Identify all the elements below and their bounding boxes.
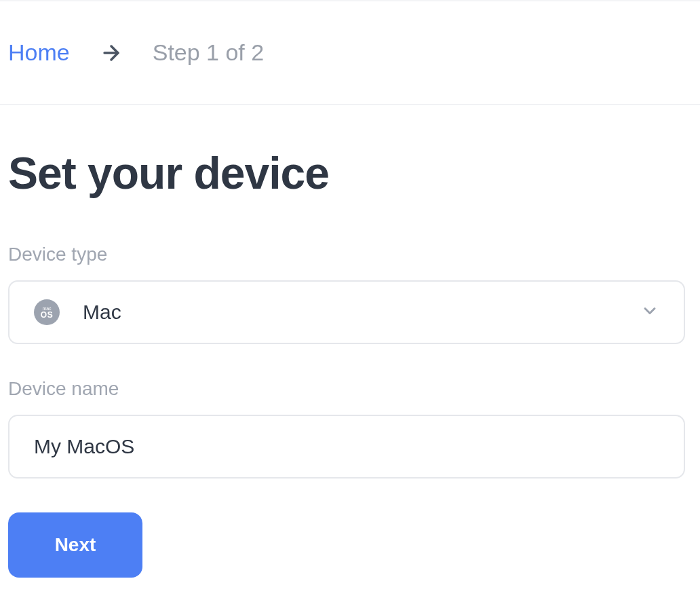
breadcrumb-step-label: Step 1 of 2 [153,39,264,66]
next-button[interactable]: Next [8,512,142,578]
macos-icon: mac OS [34,299,60,325]
macos-icon-bottom: OS [41,311,53,319]
device-type-value: Mac [83,301,121,324]
device-name-input-wrapper [8,415,692,479]
breadcrumb-home-link[interactable]: Home [8,39,70,66]
chevron-down-icon [640,301,659,323]
device-type-select-wrapper: mac OS Mac [8,280,692,344]
device-type-label: Device type [8,244,692,265]
main-content: Set your device Device type mac OS Mac D… [0,105,700,578]
device-name-label: Device name [8,378,692,400]
page-title: Set your device [8,147,692,199]
device-type-select[interactable]: mac OS Mac [8,280,685,344]
breadcrumb: Home Step 1 of 2 [0,1,700,105]
device-name-input[interactable] [8,415,685,479]
arrow-right-icon [100,41,123,64]
